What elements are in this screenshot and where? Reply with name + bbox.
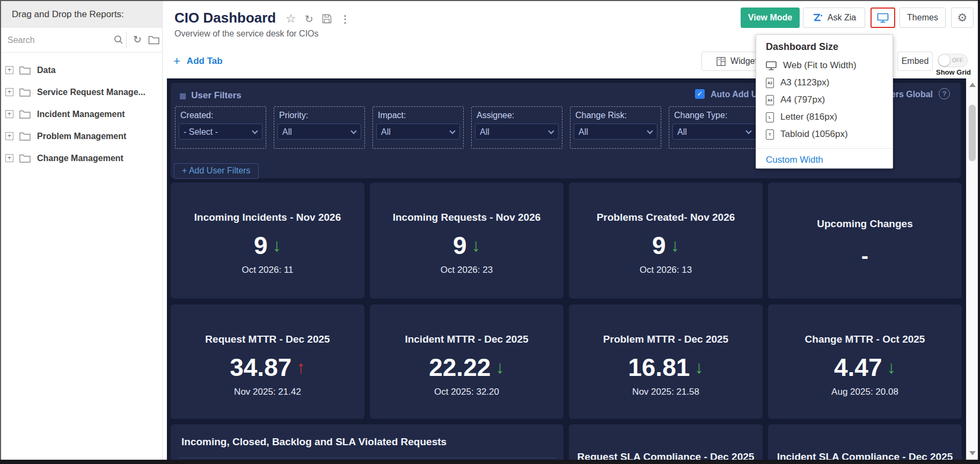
- vertical-scrollbar[interactable]: [966, 78, 978, 460]
- refresh-dashboard-icon[interactable]: ↻: [305, 13, 313, 25]
- divider: [178, 458, 556, 458]
- page-title: CIO Dashboard: [174, 10, 276, 26]
- ask-zia-label: Ask Zia: [828, 13, 856, 23]
- kpi-value: 34.87: [230, 353, 291, 382]
- folder-icon: [19, 66, 31, 75]
- more-options-icon[interactable]: ⋮: [340, 13, 350, 25]
- sidebar-item-change[interactable]: + Change Management: [0, 147, 162, 169]
- chart-request-sla-compliance[interactable]: Request SLA Compliance - Dec 2025: [569, 424, 763, 464]
- kpi-problem-mttr[interactable]: Problem MTTR - Dec 2025 16.81↓ Nov 2025:…: [569, 305, 763, 419]
- window-border-top: [0, 0, 980, 1]
- sidebar-item-incident[interactable]: + Incident Management: [0, 103, 162, 125]
- menu-item-a4[interactable]: A4 A4 (797px): [756, 91, 893, 108]
- kpi-problems-created[interactable]: Problems Created- Nov 2026 9↓ Oct 2026: …: [569, 183, 763, 299]
- add-tab-label: Add Tab: [187, 56, 223, 67]
- kpi-value: 4.47: [834, 353, 882, 382]
- help-icon[interactable]: ?: [939, 88, 950, 99]
- folder-icon: [19, 132, 31, 141]
- kpi-title: Change MTTR - Oct 2025: [805, 334, 925, 345]
- filter-priority-select[interactable]: All: [277, 124, 361, 140]
- custom-width-link[interactable]: Custom Width: [766, 155, 893, 165]
- drag-grid-icon[interactable]: ▦: [179, 91, 186, 100]
- themes-button[interactable]: Themes: [899, 8, 946, 28]
- kpi-incoming-incidents[interactable]: Incoming Incidents - Nov 2026 9↓ Oct 202…: [171, 183, 364, 299]
- reports-sidebar: Drag and Drop the Reports: ↻ + Data + Se…: [0, 1, 163, 460]
- expand-icon[interactable]: +: [5, 66, 13, 74]
- filter-label: Created:: [180, 111, 213, 120]
- kpi-change-mttr[interactable]: Change MTTR - Oct 2025 4.47↓ Aug 2025: 2…: [768, 305, 962, 419]
- expand-icon[interactable]: +: [5, 88, 13, 96]
- kpi-title: Problems Created- Nov 2026: [597, 212, 735, 223]
- kpi-comparison: Nov 2025: 21.58: [632, 387, 699, 397]
- filter-change-type-select[interactable]: All: [672, 124, 756, 140]
- trend-down-arrow-icon: ↓: [495, 357, 504, 378]
- view-mode-button[interactable]: View Mode: [741, 8, 800, 28]
- trend-down-arrow-icon: ↓: [273, 235, 282, 256]
- user-filters-title: User Filters: [191, 90, 242, 101]
- kpi-request-mttr[interactable]: Request MTTR - Dec 2025 34.87↑ Nov 2025:…: [171, 305, 364, 419]
- filter-created: Created: - Select -: [175, 106, 266, 149]
- save-icon[interactable]: [322, 14, 332, 24]
- favorite-star-icon[interactable]: ☆: [286, 12, 296, 26]
- trend-down-arrow-icon: ↓: [671, 235, 680, 256]
- chart-incoming-closed-backlog[interactable]: Incoming, Closed, Backlog and SLA Violat…: [171, 424, 564, 464]
- show-grid-toggle[interactable]: OFF: [938, 54, 968, 67]
- settings-button[interactable]: ⚙: [951, 8, 974, 28]
- kpi-comparison: Oct 2026: 23: [441, 265, 493, 276]
- dashboard-size-button[interactable]: [871, 8, 895, 28]
- filter-label: Assignee:: [477, 111, 514, 120]
- kpi-incident-mttr[interactable]: Incident MTTR - Dec 2025 22.22↓ Oct 2025…: [370, 305, 564, 419]
- chevron-down-icon: [252, 128, 258, 134]
- auto-add-checkbox[interactable]: ✓: [695, 89, 705, 99]
- kpi-value: -: [861, 244, 868, 268]
- kpi-upcoming-changes[interactable]: Upcoming Changes -: [768, 183, 962, 299]
- refresh-reports-icon[interactable]: ↻: [133, 34, 142, 45]
- kpi-comparison: Aug 2025: 20.08: [831, 387, 898, 397]
- kpi-value: 9: [652, 231, 666, 260]
- filter-change-risk-select[interactable]: All: [574, 124, 657, 140]
- search-icon[interactable]: [114, 35, 123, 45]
- scroll-down-icon[interactable]: [969, 451, 976, 455]
- collapse-folders-icon[interactable]: [148, 35, 160, 45]
- kpi-title: Request MTTR - Dec 2025: [205, 334, 330, 345]
- menu-item-web[interactable]: Web (Fit to Width): [756, 57, 893, 74]
- kpi-incoming-requests[interactable]: Incoming Requests - Nov 2026 9↓ Oct 2026…: [370, 183, 564, 299]
- kpi-value: 22.22: [429, 353, 491, 382]
- filter-priority: Priority: All: [274, 106, 365, 149]
- embed-button[interactable]: Embed: [897, 52, 933, 71]
- page-letter-icon: L: [766, 112, 774, 122]
- sidebar-item-problem[interactable]: + Problem Management: [0, 125, 162, 147]
- chart-incident-sla-compliance[interactable]: Incident SLA Compliance - Dec 2025: [768, 424, 962, 464]
- filter-change-risk: Change Risk: All: [570, 106, 661, 149]
- filter-assignee-select[interactable]: All: [475, 124, 559, 140]
- toggle-state-label: OFF: [952, 57, 963, 63]
- scroll-up-icon[interactable]: [969, 83, 976, 87]
- chevron-down-icon: [647, 128, 653, 134]
- search-input[interactable]: [8, 33, 109, 47]
- ask-zia-button[interactable]: Ask Zia: [803, 8, 865, 28]
- sidebar-title: Drag and Drop the Reports:: [0, 1, 162, 27]
- folder-icon: [19, 88, 31, 97]
- menu-item-label: A4 (797px): [780, 95, 825, 105]
- filter-impact-select[interactable]: All: [376, 124, 460, 140]
- sidebar-search-row: ↻: [0, 27, 162, 53]
- filter-created-select[interactable]: - Select -: [179, 124, 262, 140]
- sidebar-item-service-request[interactable]: + Service Request Manage...: [0, 81, 162, 103]
- add-tab-button[interactable]: + Add Tab: [173, 54, 223, 68]
- menu-item-letter[interactable]: L Letter (816px): [756, 108, 893, 126]
- expand-icon[interactable]: +: [5, 154, 13, 162]
- menu-item-label: Letter (816px): [780, 112, 837, 122]
- widget-label: Widget: [730, 56, 757, 66]
- chevron-down-icon: [548, 128, 554, 134]
- expand-icon[interactable]: +: [5, 132, 13, 140]
- filter-value: All: [480, 127, 489, 137]
- scrollbar-thumb[interactable]: [969, 105, 976, 161]
- menu-item-tabloid[interactable]: T Tabloid (1056px): [756, 126, 893, 143]
- sidebar-item-data[interactable]: + Data: [0, 59, 162, 81]
- kpi-value: 9: [453, 231, 467, 260]
- kpi-value: 16.81: [628, 353, 690, 382]
- kpi-comparison: Oct 2025: 32.20: [434, 387, 499, 397]
- expand-icon[interactable]: +: [5, 110, 13, 118]
- add-user-filters-button[interactable]: + Add User Filters: [174, 163, 259, 179]
- menu-item-a3[interactable]: A3 A3 (1123px): [756, 74, 893, 91]
